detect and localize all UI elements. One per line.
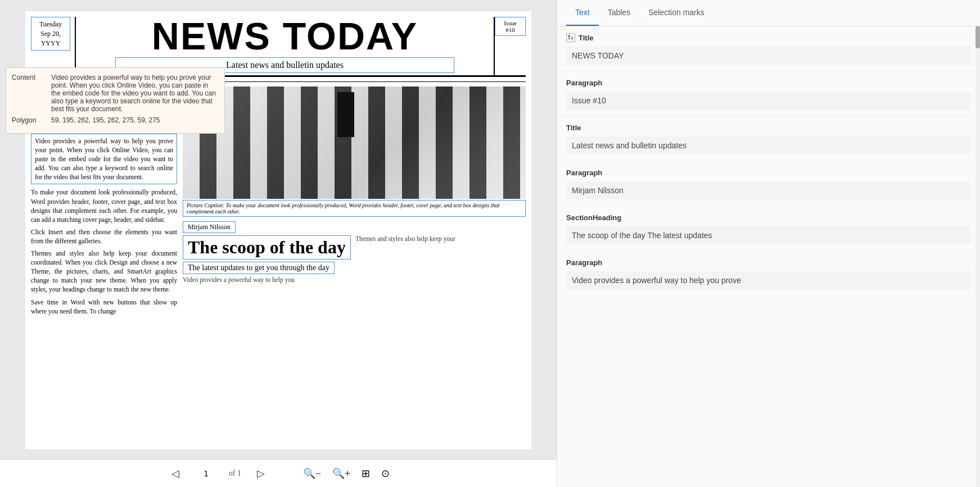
tooltip-polygon-value: 59, 195, 262, 195, 262, 275, 59, 275 [51,116,160,124]
body-text-5: Save time in Word with new buttons that … [31,298,177,316]
tooltip-content-value: Video provides a powerful way to help yo… [51,74,219,113]
panel-section-para1-label: Paragraph [566,79,971,87]
document-toolbar: ◁ of 1 ▷ 🔍− 🔍+ ⊞ ⊙ [0,459,557,487]
photo-caption: Picture Caption: To make your document l… [183,200,526,217]
sub-heading-2: The latest updates to get you through th… [183,262,335,274]
right-panel: Text Tables Selection marks T↓ Title NEW… [557,0,980,487]
panel-section-para3: Paragraph Video provides a powerful way … [557,252,980,297]
body-text-2: To make your document look professionall… [31,188,177,224]
newspaper-photo [183,87,526,199]
fit-page-button[interactable]: ⊞ [362,467,370,480]
panel-section-sectionheading1: SectionHeading The scoop of the day The … [557,207,980,252]
body-text-4: Themes and styles also help keep your do… [31,249,177,294]
second-section-left: The scoop of the day The latest updates … [183,235,351,283]
panel-section-para3-label: Paragraph [566,258,971,267]
zoom-out-button[interactable]: 🔍− [303,467,321,480]
panel-section-sectionheading1-value: The scoop of the day The latest updates [566,226,971,244]
second-section-body: The scoop of the day The latest updates … [183,235,526,283]
page-number-input[interactable] [195,469,218,478]
panel-section-title1: T↓ Title NEWS TODAY [557,26,980,72]
panel-section-title1-value: NEWS TODAY [566,47,971,65]
tooltip-content-row: Content Video provides a powerful way to… [12,74,219,113]
tooltip-polygon-label: Polygon [12,116,51,124]
newspaper-content: Tuesday Sep 20, YYYY NEWS TODAY Latest n… [25,11,531,449]
panel-section-para2: Paragraph Mirjam Nilsson [557,162,980,207]
newspaper-main-title: NEWS TODAY [82,17,488,55]
tooltip-content-label: Content [12,74,51,113]
scrollbar-track [976,26,980,487]
photo-zebra-pattern [183,87,526,199]
next-page-button[interactable]: ▷ [252,465,269,482]
tab-tables[interactable]: Tables [599,0,639,26]
panel-tabs: Text Tables Selection marks [557,0,980,26]
content-tooltip: Content Video provides a powerful way to… [6,67,225,134]
second-section-right: Themes and styles also help keep your [355,235,468,283]
body-text-3: Click Insert and then choose the element… [31,227,177,245]
panel-section-title2-value: Latest news and bulletin updates [566,136,971,154]
right-col-text: Themes and styles also help keep your [355,235,468,242]
page-of-label: of 1 [229,469,241,478]
prev-page-button[interactable]: ◁ [167,465,184,482]
author-box-2: Mirjam Nilsson [183,221,236,233]
scrollbar-thumb[interactable] [976,26,980,48]
second-article-section: Mirjam Nilsson The scoop of the day The … [183,221,526,283]
tooltip-polygon-row: Polygon 59, 195, 262, 195, 262, 275, 59,… [12,116,219,124]
more-options-button[interactable]: ⊙ [381,467,390,480]
document-page: Tuesday Sep 20, YYYY NEWS TODAY Latest n… [0,0,557,459]
panel-section-title2-label: Title [566,124,971,132]
panel-section-para2-value: Mirjam Nilsson [566,181,971,199]
title-icon-1: T↓ [566,33,575,42]
big-heading-2: The scoop of the day [183,235,351,260]
panel-section-title2: Title Latest news and bulletin updates [557,117,980,162]
right-column: Content Video provides a powerful way to… [183,87,526,319]
zoom-in-button[interactable]: 🔍+ [332,467,350,480]
panel-content: T↓ Title NEWS TODAY Paragraph Issue #10 … [557,26,980,487]
panel-section-para3-value: Video provides a powerful way to help yo… [566,271,971,289]
panel-section-title1-label: T↓ Title [566,33,971,42]
panel-section-sectionheading1-label: SectionHeading [566,213,971,222]
tab-selection-marks[interactable]: Selection marks [639,0,713,26]
document-viewer: Tuesday Sep 20, YYYY NEWS TODAY Latest n… [0,0,557,487]
panel-section-para1: Paragraph Issue #10 [557,72,980,117]
panel-section-para1-value: Issue #10 [566,92,971,110]
newspaper-issue: Issue#10 [495,17,526,36]
tab-text[interactable]: Text [566,0,599,26]
newspaper-body: Mirjam Nilsson The scoop of the day The … [31,87,526,319]
newspaper-date: Tuesday Sep 20, YYYY [31,17,70,51]
newspaper-title-area: NEWS TODAY Latest news and bulletin upda… [75,17,495,75]
body-text-1: Video provides a powerful way to help yo… [31,134,177,184]
panel-section-para2-label: Paragraph [566,169,971,177]
photo-figure [337,92,354,137]
partial-text-2: Video provides a powerful way to help yo… [183,276,351,283]
